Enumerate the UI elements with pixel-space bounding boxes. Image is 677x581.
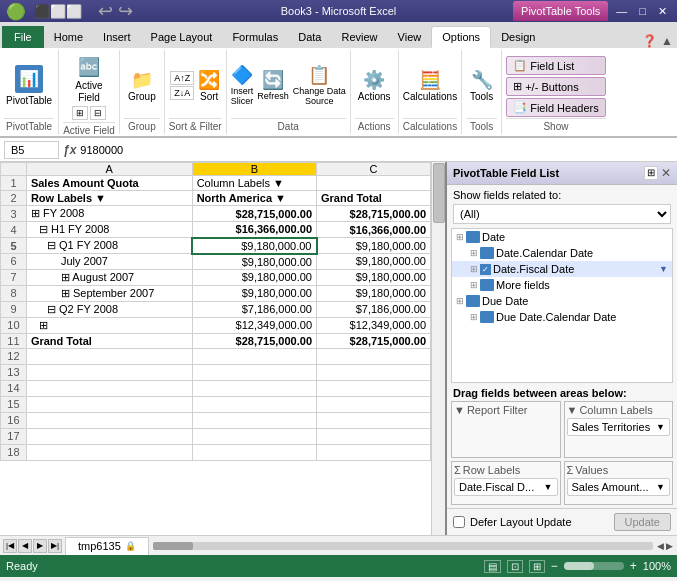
- actions-btn[interactable]: ⚙️ Actions: [358, 52, 391, 118]
- cell-a18[interactable]: [26, 444, 192, 460]
- tree-item-date-fiscal[interactable]: ⊞ ✓ Date.Fiscal Date ▼: [452, 261, 672, 277]
- cell-a9[interactable]: ⊟ Q2 FY 2008: [26, 301, 192, 317]
- field-headers-btn[interactable]: 📑 Field Headers: [506, 98, 605, 117]
- field-list-btn[interactable]: 📋 Field List: [506, 56, 605, 75]
- cell-c9[interactable]: $7,186,000.00: [317, 301, 431, 317]
- scroll-right-btn[interactable]: ▶: [666, 541, 673, 551]
- cell-c2[interactable]: Grand Total: [317, 191, 431, 206]
- cell-c6[interactable]: $9,180,000.00: [317, 254, 431, 270]
- tab-options[interactable]: Options: [431, 26, 491, 48]
- cell-c17[interactable]: [317, 428, 431, 444]
- cell-c11[interactable]: $28,715,000.00: [317, 333, 431, 348]
- tab-view[interactable]: View: [388, 26, 432, 48]
- cell-a8[interactable]: ⊞ September 2007: [26, 285, 192, 301]
- tab-design[interactable]: Design: [491, 26, 545, 48]
- change-data-source-btn[interactable]: 📋 Change DataSource: [293, 64, 346, 106]
- cell-c14[interactable]: [317, 380, 431, 396]
- sheet-tab-active[interactable]: tmp6135 🔒: [65, 537, 149, 555]
- group-btn[interactable]: 📁 Group: [128, 52, 156, 118]
- cell-c1[interactable]: [317, 176, 431, 191]
- vertical-scrollbar[interactable]: [433, 163, 445, 223]
- plus-minus-buttons-btn[interactable]: ⊞ +/- Buttons: [506, 77, 605, 96]
- tab-file[interactable]: File: [2, 26, 44, 48]
- cell-c15[interactable]: [317, 396, 431, 412]
- cell-b17[interactable]: [192, 428, 316, 444]
- sort-za-btn[interactable]: Z↓A: [170, 86, 194, 100]
- tab-insert[interactable]: Insert: [93, 26, 141, 48]
- cell-c4[interactable]: $16,366,000.00: [317, 222, 431, 238]
- tab-review[interactable]: Review: [331, 26, 387, 48]
- cell-a10[interactable]: ⊞: [26, 317, 192, 333]
- panel-layout-btn[interactable]: ⊞: [644, 166, 658, 180]
- cell-a5[interactable]: ⊟ Q1 FY 2008: [26, 238, 192, 254]
- cell-c5[interactable]: $9,180,000.00: [317, 238, 431, 254]
- defer-layout-checkbox[interactable]: [453, 516, 465, 528]
- zoom-slider[interactable]: [564, 562, 624, 570]
- cell-a12[interactable]: [26, 348, 192, 364]
- cell-a14[interactable]: [26, 380, 192, 396]
- active-field-btn[interactable]: 🔤 ActiveField: [73, 52, 104, 106]
- pivot-table-btn[interactable]: 📊 PivotTable: [4, 52, 54, 118]
- minimize-ribbon-icon[interactable]: ▲: [661, 34, 673, 48]
- values-item[interactable]: Sales Amount... ▼: [567, 478, 671, 496]
- help-icon[interactable]: ❓: [642, 34, 657, 48]
- cell-a3[interactable]: ⊞ FY 2008: [26, 206, 192, 222]
- panel-close-icon[interactable]: ✕: [661, 166, 671, 180]
- horizontal-scrollbar[interactable]: [153, 542, 193, 550]
- cell-b13[interactable]: [192, 364, 316, 380]
- tab-formulas[interactable]: Formulas: [222, 26, 288, 48]
- cell-b2[interactable]: North America ▼: [192, 191, 316, 206]
- refresh-btn[interactable]: 🔄 Refresh: [257, 69, 289, 101]
- tree-item-date[interactable]: ⊞ Date: [452, 229, 672, 245]
- sheet-nav-prev[interactable]: ◀: [18, 539, 32, 553]
- sheet-nav-first[interactable]: |◀: [3, 539, 17, 553]
- update-button[interactable]: Update: [614, 513, 671, 531]
- formula-input[interactable]: [80, 144, 673, 156]
- page-break-btn[interactable]: ⊞: [529, 560, 545, 573]
- cell-c12[interactable]: [317, 348, 431, 364]
- minimize-btn[interactable]: —: [612, 5, 631, 17]
- tree-item-due-date[interactable]: ⊞ Due Date: [452, 293, 672, 309]
- tree-item-due-date-calendar[interactable]: ⊞ Due Date.Calendar Date: [452, 309, 672, 325]
- cell-a11[interactable]: Grand Total: [26, 333, 192, 348]
- cell-b1[interactable]: Column Labels ▼: [192, 176, 316, 191]
- cell-c10[interactable]: $12,349,000.00: [317, 317, 431, 333]
- expand-field-btn[interactable]: ⊞: [72, 106, 88, 120]
- cell-b6[interactable]: $9,180,000.00: [192, 254, 316, 270]
- tab-data[interactable]: Data: [288, 26, 331, 48]
- tree-item-date-calendar[interactable]: ⊞ Date.Calendar Date: [452, 245, 672, 261]
- cell-a6[interactable]: July 2007: [26, 254, 192, 270]
- col-header-b[interactable]: B: [192, 163, 316, 176]
- sheet-nav-last[interactable]: ▶|: [48, 539, 62, 553]
- cell-b16[interactable]: [192, 412, 316, 428]
- cell-b3[interactable]: $28,715,000.00: [192, 206, 316, 222]
- cell-a13[interactable]: [26, 364, 192, 380]
- cell-b11[interactable]: $28,715,000.00: [192, 333, 316, 348]
- calculations-btn[interactable]: 🧮 Calculations: [403, 52, 457, 118]
- cell-c3[interactable]: $28,715,000.00: [317, 206, 431, 222]
- cell-b7[interactable]: $9,180,000.00: [192, 269, 316, 285]
- cell-c16[interactable]: [317, 412, 431, 428]
- cell-b5[interactable]: $9,180,000.00: [192, 238, 316, 254]
- cell-a16[interactable]: [26, 412, 192, 428]
- cell-b4[interactable]: $16,366,000.00: [192, 222, 316, 238]
- cell-a1[interactable]: Sales Amount Quota: [26, 176, 192, 191]
- col-header-c[interactable]: C: [317, 163, 431, 176]
- sort-az-btn[interactable]: A↑Z: [170, 71, 194, 85]
- cell-c7[interactable]: $9,180,000.00: [317, 269, 431, 285]
- maximize-btn[interactable]: □: [635, 5, 650, 17]
- tools-btn[interactable]: 🔧 Tools: [470, 52, 493, 118]
- cell-b9[interactable]: $7,186,000.00: [192, 301, 316, 317]
- zoom-out-btn[interactable]: −: [551, 559, 558, 573]
- cell-b18[interactable]: [192, 444, 316, 460]
- col-header-a[interactable]: A: [26, 163, 192, 176]
- show-fields-select[interactable]: (All): [453, 204, 671, 224]
- tree-item-more-fields[interactable]: ⊞ More fields: [452, 277, 672, 293]
- page-layout-btn[interactable]: ⊡: [507, 560, 523, 573]
- cell-a2[interactable]: Row Labels ▼: [26, 191, 192, 206]
- cell-c8[interactable]: $9,180,000.00: [317, 285, 431, 301]
- cell-reference[interactable]: B5: [4, 141, 59, 159]
- cell-a4[interactable]: ⊟ H1 FY 2008: [26, 222, 192, 238]
- zoom-in-btn[interactable]: +: [630, 559, 637, 573]
- cell-b15[interactable]: [192, 396, 316, 412]
